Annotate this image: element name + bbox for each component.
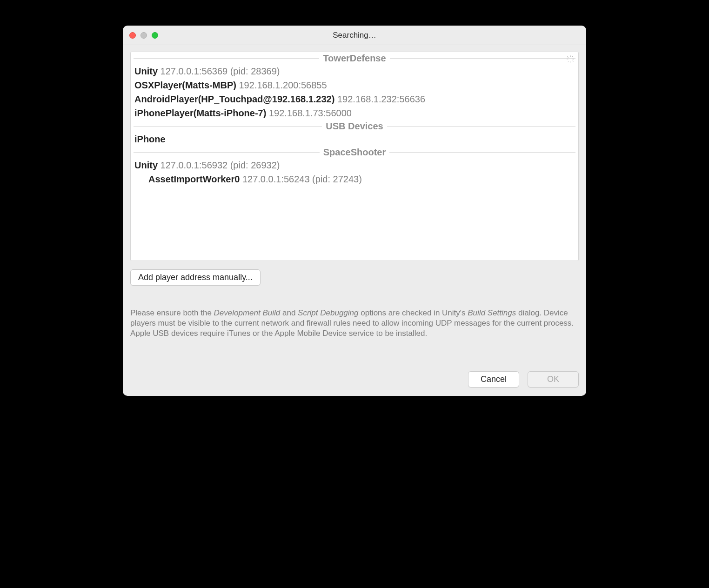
player-name: Unity: [134, 160, 158, 170]
player-address: 192.168.1.73:56000: [269, 108, 352, 118]
help-text-italic: Build Settings: [468, 308, 516, 317]
player-address: 127.0.0.1:56243 (pid: 27243): [242, 174, 362, 184]
svg-rect-0: [570, 55, 570, 57]
player-name: OSXPlayer(Matts-MBP): [134, 80, 236, 90]
svg-rect-3: [573, 59, 574, 59]
dialog-window: Searching… TowerDefenseU: [123, 26, 586, 396]
player-row[interactable]: OSXPlayer(Matts-MBP) 192.168.1.200:56855: [131, 78, 578, 92]
svg-rect-2: [567, 59, 568, 59]
player-row[interactable]: AssetImportWorker0 127.0.0.1:56243 (pid:…: [131, 172, 578, 186]
ok-button: OK: [528, 371, 579, 388]
help-text-part: options are checked in Unity's: [359, 308, 468, 317]
divider: [134, 126, 322, 127]
player-address: 192.168.1.232:56636: [337, 94, 425, 104]
player-row[interactable]: AndroidPlayer(HP_Touchpad@192.168.1.232)…: [131, 92, 578, 106]
player-row[interactable]: iPhone: [131, 132, 578, 146]
player-name: AssetImportWorker0: [148, 174, 240, 184]
add-manual-button[interactable]: Add player address manually...: [130, 269, 261, 286]
player-address: 127.0.0.1:56932 (pid: 26932): [161, 160, 280, 170]
player-name: AndroidPlayer(HP_Touchpad@192.168.1.232): [134, 94, 334, 104]
section-label: TowerDefense: [319, 53, 389, 64]
player-list[interactable]: TowerDefenseUnity 127.0.0.1:56369 (pid: …: [130, 52, 579, 261]
player-name: Unity: [134, 66, 158, 76]
help-text: Please ensure both the Development Build…: [130, 308, 579, 339]
help-text-part: Please ensure both the: [130, 308, 214, 317]
cancel-button[interactable]: Cancel: [468, 371, 519, 388]
divider: [387, 126, 575, 127]
traffic-lights: [123, 32, 158, 39]
help-text-italic: Script Debugging: [298, 308, 358, 317]
section-label: SpaceShooter: [320, 147, 389, 158]
dialog-content: TowerDefenseUnity 127.0.0.1:56369 (pid: …: [123, 45, 586, 396]
below-list: Add player address manually...: [130, 269, 579, 286]
divider: [134, 58, 319, 59]
titlebar: Searching…: [123, 26, 586, 45]
divider: [134, 152, 320, 153]
help-text-italic: Development Build: [214, 308, 281, 317]
zoom-icon[interactable]: [152, 32, 158, 39]
help-text-part: and: [280, 308, 298, 317]
player-row[interactable]: Unity 127.0.0.1:56369 (pid: 28369): [131, 64, 578, 78]
minimize-icon: [140, 32, 147, 39]
player-address: 192.168.1.200:56855: [239, 80, 327, 90]
section-header: USB Devices: [131, 120, 578, 132]
player-row[interactable]: Unity 127.0.0.1:56932 (pid: 26932): [131, 158, 578, 172]
player-row[interactable]: iPhonePlayer(Matts-iPhone-7) 192.168.1.7…: [131, 106, 578, 120]
close-icon[interactable]: [129, 32, 136, 39]
window-title: Searching…: [123, 31, 586, 40]
player-address: 127.0.0.1:56369 (pid: 28369): [161, 66, 280, 76]
spinner-icon: [566, 55, 575, 63]
player-name: iPhonePlayer(Matts-iPhone-7): [134, 108, 266, 118]
svg-rect-7: [568, 61, 569, 62]
svg-rect-4: [567, 56, 569, 58]
svg-rect-5: [572, 60, 574, 62]
svg-rect-1: [570, 61, 570, 63]
player-name: iPhone: [134, 134, 166, 144]
section-header: TowerDefense: [131, 52, 578, 64]
dialog-footer: Cancel OK: [130, 371, 579, 388]
section-header: SpaceShooter: [131, 146, 578, 158]
divider: [390, 58, 575, 59]
svg-rect-6: [572, 56, 573, 57]
divider: [389, 152, 575, 153]
section-label: USB Devices: [322, 121, 387, 132]
